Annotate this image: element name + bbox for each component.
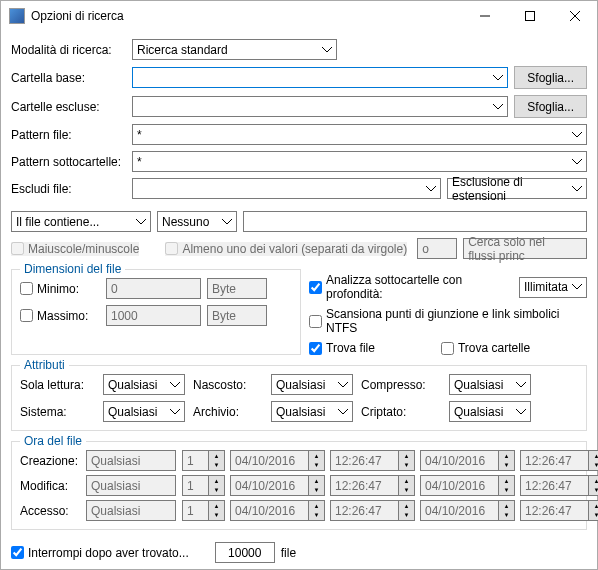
archive-label: Archivio: [193, 405, 263, 419]
hidden-label: Nascosto: [193, 378, 263, 392]
close-button[interactable] [552, 1, 597, 31]
readonly-label: Sola lettura: [20, 378, 95, 392]
creation-time2[interactable] [520, 450, 588, 471]
o-select: o [417, 238, 457, 259]
stop-after-suffix: file [281, 546, 296, 560]
stop-after-checkbox[interactable]: Interrompi dopo aver trovato... [11, 546, 189, 560]
access-label: Accesso: [20, 504, 80, 518]
creation-date2[interactable] [420, 450, 498, 471]
find-files-checkbox[interactable]: Trova file [309, 341, 375, 355]
compressed-label: Compresso: [361, 378, 441, 392]
file-time-legend: Ora del file [20, 434, 86, 448]
min-size-checkbox[interactable]: Minimo: [20, 282, 100, 296]
modify-time1[interactable] [330, 475, 398, 496]
search-mode-label: Modalità di ricerca: [11, 43, 126, 57]
modify-num[interactable] [182, 475, 208, 496]
creation-num[interactable] [182, 450, 208, 471]
access-time1[interactable] [330, 500, 398, 521]
app-icon [9, 8, 25, 24]
titlebar: Opzioni di ricerca [1, 1, 597, 31]
compressed-select[interactable]: Qualsiasi [449, 374, 531, 395]
archive-select[interactable]: Qualsiasi [271, 401, 353, 422]
exclude-extensions-select[interactable]: Esclusione di estensioni [447, 178, 587, 199]
access-mode[interactable]: Qualsiasi [86, 500, 176, 521]
modify-date1[interactable] [230, 475, 308, 496]
file-pattern-input[interactable]: * [132, 124, 587, 145]
encrypted-select[interactable]: Qualsiasi [449, 401, 531, 422]
system-select[interactable]: Qualsiasi [103, 401, 185, 422]
readonly-select[interactable]: Qualsiasi [103, 374, 185, 395]
encrypted-label: Criptato: [361, 405, 441, 419]
exclude-files-input[interactable] [132, 178, 441, 199]
svg-rect-1 [525, 12, 534, 21]
access-date1[interactable] [230, 500, 308, 521]
minimize-button[interactable] [462, 1, 507, 31]
maximize-button[interactable] [507, 1, 552, 31]
search-streams-select: Cerca solo nei flussi princ [463, 238, 587, 259]
base-folder-input[interactable] [132, 67, 508, 88]
case-sensitive-checkbox[interactable]: Maiuscole/minuscole [11, 242, 139, 256]
base-folder-label: Cartella base: [11, 71, 126, 85]
excluded-folders-label: Cartelle escluse: [11, 100, 126, 114]
min-size-unit: Byte [207, 278, 267, 299]
max-size-checkbox[interactable]: Massimo: [20, 309, 100, 323]
access-time2[interactable] [520, 500, 588, 521]
any-value-checkbox[interactable]: Almeno uno dei valori (separati da virgo… [165, 242, 407, 256]
min-size-input[interactable] [106, 278, 201, 299]
access-num[interactable] [182, 500, 208, 521]
attributes-legend: Attributi [20, 358, 69, 372]
creation-mode[interactable]: Qualsiasi [86, 450, 176, 471]
analyze-subfolders-checkbox[interactable]: Analizza sottocartelle con profondità: [309, 273, 513, 301]
file-contains-mode-select[interactable]: Nessuno [157, 211, 237, 232]
modify-mode[interactable]: Qualsiasi [86, 475, 176, 496]
file-pattern-label: Pattern file: [11, 128, 126, 142]
stop-after-input[interactable] [215, 542, 275, 563]
find-folders-checkbox[interactable]: Trova cartelle [441, 341, 530, 355]
excluded-folders-input[interactable] [132, 96, 508, 117]
file-size-legend: Dimensioni del file [20, 262, 125, 276]
depth-select[interactable]: Illimitata [519, 277, 587, 298]
creation-label: Creazione: [20, 454, 80, 468]
modify-time2[interactable] [520, 475, 588, 496]
max-size-input[interactable] [106, 305, 201, 326]
subfolder-pattern-label: Pattern sottocartelle: [11, 155, 126, 169]
window-title: Opzioni di ricerca [31, 9, 462, 23]
creation-date1[interactable] [230, 450, 308, 471]
subfolder-pattern-input[interactable]: * [132, 151, 587, 172]
file-contains-select[interactable]: Il file contiene... [11, 211, 151, 232]
browse-base-button[interactable]: Sfoglia... [514, 66, 587, 89]
exclude-files-label: Escludi file: [11, 182, 126, 196]
hidden-select[interactable]: Qualsiasi [271, 374, 353, 395]
system-label: Sistema: [20, 405, 95, 419]
file-contains-input[interactable] [243, 211, 587, 232]
scan-junctions-checkbox[interactable]: Scansiona punti di giunzione e link simb… [309, 307, 587, 335]
browse-excluded-button[interactable]: Sfoglia... [514, 95, 587, 118]
modify-date2[interactable] [420, 475, 498, 496]
access-date2[interactable] [420, 500, 498, 521]
modify-label: Modifica: [20, 479, 80, 493]
max-size-unit: Byte [207, 305, 267, 326]
search-mode-select[interactable]: Ricerca standard [132, 39, 337, 60]
creation-time1[interactable] [330, 450, 398, 471]
